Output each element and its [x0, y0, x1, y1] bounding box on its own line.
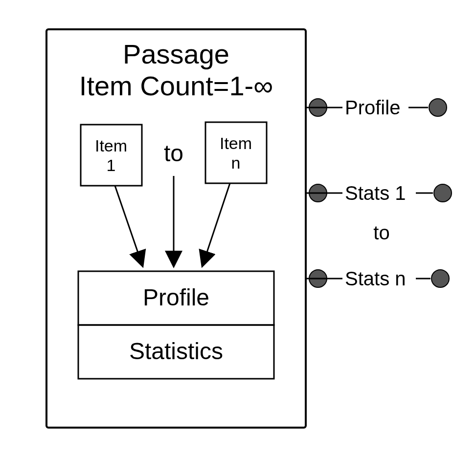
item-n-label-line1: Item: [220, 134, 252, 152]
arrow-itemn-profile: [203, 183, 230, 264]
item-n-box: [205, 122, 267, 183]
side-stats1-label: Stats 1: [345, 182, 406, 204]
side-statsn-label: Stats n: [345, 268, 406, 289]
item-1-label-line1: Item: [95, 136, 127, 155]
side-profile-group: Profile: [306, 97, 447, 118]
item-1-label-line2: 1: [107, 156, 116, 174]
side-profile-label: Profile: [345, 97, 400, 118]
svg-point-9: [434, 184, 452, 202]
svg-point-14: [431, 270, 449, 287]
item-1-box: [81, 125, 142, 186]
side-statsn-group: Stats n: [306, 268, 449, 289]
title-line2: Item Count=1-∞: [79, 70, 273, 101]
side-stats1-group: Stats 1: [306, 182, 452, 204]
item-n-label-line2: n: [231, 153, 241, 172]
item-to-label: to: [164, 140, 183, 166]
profile-label: Profile: [143, 284, 209, 310]
arrow-item1-profile: [115, 186, 142, 264]
svg-point-4: [429, 99, 447, 116]
side-to-label: to: [373, 222, 389, 243]
diagram-canvas: Passage Item Count=1-∞ Item 1 to Item n …: [0, 0, 476, 454]
statistics-label: Statistics: [129, 338, 223, 364]
title-line1: Passage: [123, 39, 229, 69]
